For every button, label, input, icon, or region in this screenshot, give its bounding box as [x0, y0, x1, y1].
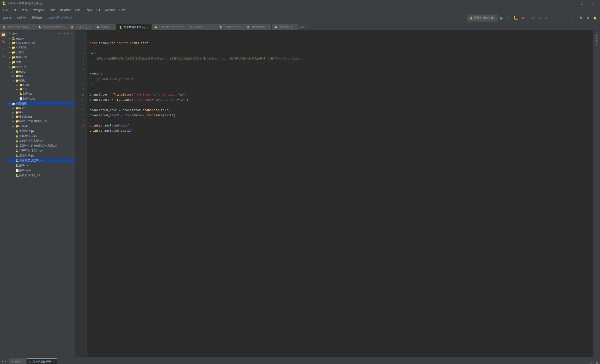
menu-window[interactable]: Window — [103, 8, 117, 12]
tab-5[interactable]: 🐍 打开可执行文件.py ✕ — [152, 24, 187, 30]
close-button[interactable]: ✕ — [588, 0, 598, 7]
tree-settings-icon[interactable]: ⚙ — [67, 32, 70, 35]
tree-item-data[interactable]: ▶ 📁 数据处理 — [7, 55, 75, 60]
breadcrumb-pkg[interactable]: 程序包 — [16, 15, 27, 22]
tab-close-0[interactable]: ✕ — [30, 26, 32, 28]
stop-button[interactable]: ■ — [520, 15, 525, 22]
tab-8[interactable]: 🐍 显示时间.py ✕ — [244, 24, 272, 30]
coverage-button[interactable]: ⊙ — [506, 15, 511, 22]
tab-9[interactable]: 🐍 创建新窗口 ✕ — [272, 24, 298, 30]
menu-help[interactable]: Help — [117, 8, 128, 12]
pull-requests-button[interactable]: ⇅ — [0, 53, 7, 59]
menu-edit[interactable]: Edit — [10, 8, 20, 12]
bookmarks-button[interactable]: 🔖 — [0, 38, 7, 45]
tab-close-2[interactable]: ✕ — [89, 26, 91, 28]
tab-3[interactable]: 🐍 翻译.py ✕ — [94, 24, 116, 30]
bottom-tab-0[interactable]: ▶ 翻译 ✕ — [9, 358, 27, 364]
tree-item-dist1[interactable]: ▶ 📁 dist — [7, 74, 75, 78]
git-pull[interactable]: ↓ — [555, 15, 559, 22]
tree-item-translate[interactable]: 🐍 翻译.py — [7, 163, 75, 168]
tree-item-advanced-list[interactable]: 🐍 高级页面排列.py — [7, 173, 75, 178]
tab-close-8[interactable]: ✕ — [267, 26, 269, 28]
menu-git[interactable]: Git — [94, 8, 102, 12]
menu-view[interactable]: View — [20, 8, 30, 12]
project-view-button[interactable]: 📁 — [0, 31, 7, 37]
git-push[interactable]: ↑ — [550, 15, 554, 22]
git-check1[interactable]: ✓ — [537, 15, 543, 22]
breadcrumb-file[interactable]: 简单的英汉互译.py — [47, 15, 73, 22]
tree-item-theme[interactable]: 🐍 主题控件.py — [7, 129, 75, 134]
bottom-settings-icon[interactable]: ⚙ — [588, 361, 594, 364]
debug-button[interactable]: 🐛 — [512, 15, 519, 22]
bottom-hide-icon[interactable]: ✕ — [594, 361, 600, 364]
menu-tools[interactable]: Tools — [83, 8, 94, 12]
menu-refactor[interactable]: Refactor — [58, 8, 73, 12]
bottom-tab-close-1[interactable]: ✕ — [52, 361, 54, 363]
tree-item-games[interactable]: ▶ 📁 小游戏 — [7, 50, 75, 55]
tree-item-venv[interactable]: ▶ 📁 venv library root — [7, 41, 75, 45]
git-check2[interactable]: ✓ — [544, 15, 549, 22]
tree-item-basic-widget[interactable]: 🐍 基础的控件实现.py — [7, 138, 75, 143]
tab-0[interactable]: 🐍 基础的控件实现.py ✕ — [0, 24, 35, 30]
tree-item-spider[interactable]: ▶ 📁 爬虫 — [7, 60, 75, 65]
maximize-button[interactable]: □ — [577, 0, 587, 7]
tab-close-9[interactable]: ✕ — [293, 26, 295, 28]
tab-close-1[interactable]: ✕ — [63, 26, 65, 28]
tree-item-pkg[interactable]: ▼ 📁 程序打包 — [7, 65, 75, 70]
tree-item-zhihu-py[interactable]: 🐍 知乎.py — [7, 91, 75, 96]
tab-1[interactable]: 🐍 高级页面排列.py ✕ — [35, 24, 68, 30]
tab-more[interactable]: ▸ A↑1 — [298, 24, 309, 30]
tab-4[interactable]: 🐍 简单的英汉互译.py ✕ — [116, 24, 152, 30]
search-button[interactable]: 🔍 — [578, 15, 584, 22]
undo-button[interactable]: ↩ — [563, 15, 568, 22]
tree-item-dist2[interactable]: ▶ 📁 dist — [7, 87, 75, 91]
code-content[interactable]: from translate import Translator text = … — [87, 30, 593, 357]
settings-button[interactable]: ⚙ — [585, 15, 591, 22]
tree-item-translate-spec[interactable]: 📄 翻译.spec — [7, 168, 75, 173]
tab-6[interactable]: ⚙ GoldMiner.exe ✕ — [187, 24, 216, 30]
tree-collapse-icon[interactable]: ⊖ — [64, 32, 66, 35]
menu-file[interactable]: File — [1, 8, 10, 12]
tree-item-smallgames[interactable]: ▶ 📁 小游戏 — [7, 124, 75, 129]
git-label[interactable]: Git: — [529, 15, 536, 22]
tree-item-test[interactable]: ▶ 🐍 test.py — [7, 36, 75, 41]
tree-item-showtime[interactable]: 🐍 显示时间.py — [7, 153, 75, 158]
tree-item-build1[interactable]: ▶ 📁 build — [7, 70, 75, 74]
run-button[interactable]: ▶ — [499, 15, 505, 22]
tree-item-ai[interactable]: ▶ 📁 人工智能 — [7, 45, 75, 50]
notification-button[interactable]: 🔔 — [592, 15, 598, 22]
menu-navigate[interactable]: Navigate — [30, 8, 46, 12]
project-label[interactable]: python — [2, 15, 13, 22]
tree-item-open-exec[interactable]: 🐍 打开可执行文件.py — [7, 148, 75, 153]
tree-item-build2[interactable]: ▶ 📁 build — [7, 83, 75, 87]
tree-item-notebook[interactable]: ▶ 📁 实现一个简单的笔记本 — [7, 119, 75, 124]
tree-item-goldminer[interactable]: ▶ 📁 GoldMiner — [7, 115, 75, 119]
tab-close-4[interactable]: ✕ — [147, 26, 149, 28]
tree-item-ui-build[interactable]: ▶ 📁 build — [7, 106, 75, 110]
tree-locate-icon[interactable]: ⊕ — [58, 32, 60, 35]
bottom-tab-close-0[interactable]: ✕ — [22, 360, 24, 363]
tab-2[interactable]: 🐍 window.py ✕ — [68, 24, 94, 30]
menu-run[interactable]: Run — [73, 8, 83, 12]
tree-item-notebook-app[interactable]: 🐍 实现一个简单的笔记本应用.py — [7, 143, 75, 148]
tab-7[interactable]: 🐍 主题控件.py ✕ — [216, 24, 244, 30]
tab-close-3[interactable]: ✕ — [111, 26, 113, 28]
bottom-tab-1[interactable]: ▶ 简单的英汉互译 ✕ — [27, 358, 57, 364]
tree-item-translator-file[interactable]: 🐍 简单的英汉互译.py — [7, 158, 75, 163]
tree-item-newwin[interactable]: 🐍 创建新窗口.py — [7, 134, 75, 138]
tab-close-7[interactable]: ✕ — [239, 26, 241, 28]
notif-label[interactable]: Notifications — [595, 33, 598, 46]
tree-item-ui[interactable]: ▼ 📁 界面编程 — [7, 101, 75, 106]
minimize-button[interactable]: — — [566, 0, 576, 7]
tree-item-ui-dist[interactable]: ▶ 📁 dist — [7, 110, 75, 115]
commit-button[interactable]: ✓ — [0, 46, 7, 52]
tree-item-zhihu-spec[interactable]: 📄 知乎.spec — [7, 96, 75, 101]
tree-options-icon[interactable]: ≡ — [61, 32, 63, 35]
redo-button[interactable]: ↪ — [569, 15, 574, 22]
tab-close-6[interactable]: ✕ — [211, 26, 213, 28]
tab-close-5[interactable]: ✕ — [182, 26, 184, 28]
tree-item-spider2[interactable]: ▼ 📁 爬虫 — [7, 78, 75, 83]
breadcrumb-ui[interactable]: 界面编程 — [30, 15, 44, 22]
menu-code[interactable]: Code — [46, 8, 58, 12]
tree-hide-icon[interactable]: ✕ — [71, 32, 73, 35]
